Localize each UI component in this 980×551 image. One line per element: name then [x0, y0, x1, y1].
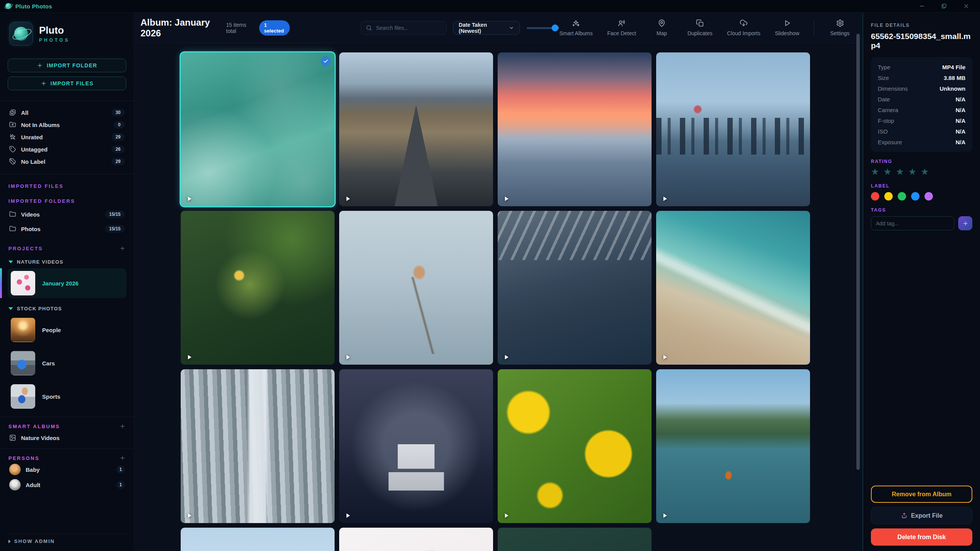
caret-right-icon — [8, 540, 11, 543]
divider — [0, 174, 134, 174]
grid-item-lake-with-boat[interactable] — [656, 369, 810, 523]
rating-star-1[interactable]: ★ — [871, 167, 879, 176]
label-color-2[interactable] — [884, 192, 893, 201]
grid-item-sunset-above-clouds[interactable] — [498, 52, 652, 206]
project-item-people[interactable]: People — [8, 315, 126, 345]
export-file-button[interactable]: Export File — [871, 507, 972, 524]
project-group-nature-videos[interactable]: NATURE VIDEOS — [8, 259, 126, 265]
grid-item-shanghai-skyline[interactable] — [656, 52, 810, 206]
selected-check-icon[interactable] — [321, 56, 331, 66]
smart-album-nature-videos[interactable]: Nature Videos — [8, 431, 126, 445]
imported-folder-photos[interactable]: Photos15/15 — [8, 222, 126, 236]
toolbar-slideshow[interactable]: Slideshow — [775, 19, 799, 36]
maximize-button[interactable] — [941, 3, 947, 9]
metadata-row-f-stop: F-stopN/A — [878, 115, 965, 126]
imported-folder-videos[interactable]: Videos15/15 — [8, 207, 126, 222]
toolbar-cloud-imports[interactable]: Cloud Imports — [727, 19, 760, 36]
plus-icon — [41, 80, 47, 86]
grid-item-castle-at-night[interactable] — [339, 369, 493, 523]
sidebar-filter-not-in-albums[interactable]: Not In Albums0 — [8, 119, 126, 131]
grid-item-teal-ocean-waves[interactable] — [181, 52, 335, 206]
sidebar-filter-untagged[interactable]: Untagged26 — [8, 143, 126, 155]
window-controls — [919, 3, 975, 9]
grid-item-road-to-mountains[interactable] — [339, 52, 493, 206]
metadata-value: 3.88 MB — [944, 75, 965, 81]
slider-thumb[interactable] — [552, 24, 559, 31]
label-color-4[interactable] — [911, 192, 920, 201]
add-project-button[interactable] — [119, 245, 126, 251]
chevron-down-icon — [8, 307, 13, 310]
label-color-picker — [871, 192, 972, 201]
thumbnail-size-slider[interactable] — [527, 24, 559, 32]
toolbar-map[interactable]: Map — [651, 19, 673, 36]
grid-item-yellow-flowers[interactable] — [498, 369, 652, 523]
label-color-3[interactable] — [898, 192, 906, 201]
toolbar-duplicates[interactable]: Duplicates — [688, 19, 712, 36]
toolbar-label: Smart Albums — [559, 30, 593, 36]
vertical-scrollbar[interactable] — [856, 34, 860, 470]
project-group-stock-photos[interactable]: STOCK PHOTOS — [8, 306, 126, 311]
rating-star-4[interactable]: ★ — [908, 167, 917, 176]
add-person-button[interactable] — [119, 455, 126, 461]
person-adult[interactable]: Adult1 — [8, 477, 126, 492]
grid-item-pink-blossoms[interactable] — [339, 528, 493, 551]
filter-label: All — [21, 109, 106, 116]
smart-album-list: Nature Videos — [8, 431, 126, 445]
rating-stars: ★★★★★ — [871, 167, 972, 176]
rating-header: RATING — [871, 159, 972, 164]
project-group-label: STOCK PHOTOS — [17, 306, 62, 311]
toolbar-label: Duplicates — [688, 30, 712, 36]
label-color-5[interactable] — [924, 192, 933, 201]
grid-item-sky-clouds[interactable] — [181, 528, 335, 551]
grid-item-beach-aerial[interactable] — [656, 211, 810, 365]
sidebar-filter-no-label[interactable]: No Label29 — [8, 155, 126, 168]
metadata-label: Dimensions — [878, 85, 940, 92]
import-folder-label: IMPORT FOLDER — [47, 62, 97, 68]
filter-label: Not In Albums — [21, 122, 109, 128]
grid-item-bird-on-branch[interactable] — [339, 211, 493, 365]
sidebar-filter-unrated[interactable]: Unrated29 — [8, 131, 126, 143]
metadata-row-exposure: ExposureN/A — [878, 137, 965, 147]
show-admin-toggle[interactable]: SHOW ADMIN — [8, 533, 126, 546]
avatar — [9, 464, 21, 475]
sidebar-filter-all[interactable]: All30 — [8, 106, 126, 119]
add-tag-button[interactable] — [958, 216, 972, 230]
rating-star-5[interactable]: ★ — [921, 167, 929, 176]
close-button[interactable] — [963, 3, 969, 9]
metadata-value: N/A — [956, 107, 965, 113]
project-item-label: Sports — [42, 393, 60, 400]
tags-header: TAGS — [871, 207, 972, 213]
grid-item-mountain-lake-aerial[interactable] — [498, 211, 652, 365]
toolbar-face-detect[interactable]: Face Detect — [607, 19, 636, 36]
add-tag-input[interactable] — [871, 216, 954, 230]
label-header: LABEL — [871, 183, 972, 189]
grid-item-dark-green-water[interactable] — [498, 528, 652, 551]
minimize-button[interactable] — [919, 3, 925, 9]
sort-select[interactable]: Date Taken (Newest) — [453, 21, 520, 35]
add-smart-album-button[interactable] — [119, 423, 126, 429]
count-badge: 29 — [111, 158, 125, 165]
images-icon — [9, 109, 16, 116]
play-icon — [662, 354, 668, 360]
imported-folder-list: Videos15/15Photos15/15 — [8, 207, 126, 236]
grid-item-hornbill-in-tree[interactable] — [181, 211, 335, 365]
person-baby[interactable]: Baby1 — [8, 462, 126, 477]
project-item-cars[interactable]: Cars — [8, 348, 126, 378]
delete-from-disk-button[interactable]: Delete from Disk — [871, 528, 972, 546]
photo-grid-viewport — [134, 43, 862, 551]
toolbar-settings[interactable]: Settings — [829, 19, 851, 36]
import-folder-button[interactable]: IMPORT FOLDER — [8, 59, 126, 72]
import-files-button[interactable]: IMPORT FILES — [8, 77, 126, 90]
project-item-sports[interactable]: Sports — [8, 381, 126, 411]
remove-from-album-button[interactable]: Remove from Album — [871, 486, 972, 503]
projects-header-label: PROJECTS — [8, 246, 43, 251]
label-color-1[interactable] — [871, 192, 879, 201]
rating-star-3[interactable]: ★ — [896, 167, 904, 176]
search-input[interactable] — [376, 25, 442, 31]
rating-star-2[interactable]: ★ — [884, 167, 892, 176]
project-item-january-2026[interactable]: January 2026 — [8, 268, 126, 298]
toolbar-smart-albums[interactable]: Smart Albums — [559, 19, 593, 36]
metadata-label: F-stop — [878, 117, 956, 124]
star-off-icon — [9, 134, 16, 140]
grid-item-snowy-forest-road[interactable] — [181, 369, 335, 523]
